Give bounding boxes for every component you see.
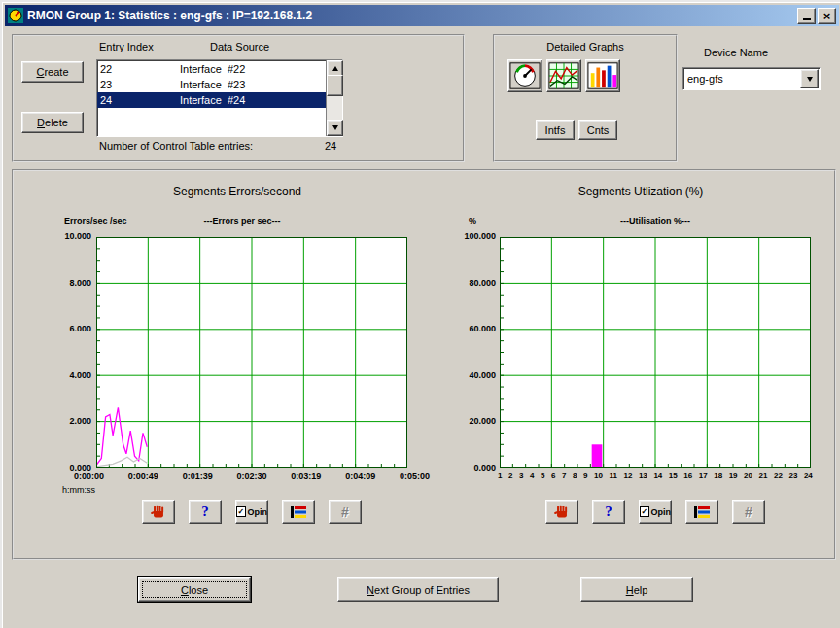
errors-chart-plot-area-svg — [96, 237, 407, 468]
errors-chart-title: Segments Errors/second — [43, 185, 432, 198]
checkbox-icon: ✓ — [236, 506, 246, 517]
tick-label: 4.000 — [69, 370, 91, 381]
errors-options-button[interactable]: ✓Opin — [235, 500, 268, 524]
data-source-cell: Interface #22 — [180, 61, 245, 77]
utilization-top-caption: ---Utilisation %--- — [543, 216, 767, 226]
tick-label: 10 — [594, 471, 603, 480]
next-group-button[interactable]: Next Group of Entries — [337, 577, 499, 602]
tick-label: 23 — [788, 471, 797, 480]
chevron-down-icon — [807, 77, 813, 82]
utilization-y-axis-caption: % — [469, 216, 476, 226]
utilization-options-button[interactable]: ✓Opin — [639, 500, 672, 524]
tick-label: 60.000 — [469, 324, 496, 334]
close-icon: × — [823, 10, 831, 22]
tick-label: 20 — [744, 471, 752, 480]
utilization-chart-toolbar: ? ✓Opin # — [545, 500, 765, 524]
detailed-graphs-panel: Detailed Graphs Intfs Cnts — [493, 34, 678, 162]
close-button[interactable]: Close — [138, 577, 251, 602]
tick-label: 19 — [729, 471, 738, 480]
entry-list: 22Interface #2223Interface #2324Interfac… — [97, 60, 326, 136]
minimize-icon — [803, 18, 811, 20]
entry-list-scrollbar[interactable] — [326, 60, 342, 136]
grid-icon: # — [341, 505, 349, 520]
grid-icon: # — [745, 505, 752, 520]
errors-help-button[interactable]: ? — [189, 500, 222, 524]
hand-icon — [553, 504, 571, 521]
errors-x-axis-unit: h:mm:ss — [62, 485, 95, 495]
help-button[interactable]: Help — [580, 577, 693, 602]
gauge-icon — [509, 61, 541, 90]
tick-label: 2.000 — [69, 416, 91, 427]
entries-panel: Entry Index Data Source Create Delete 22… — [12, 34, 465, 162]
checkbox-icon: ✓ — [640, 506, 649, 517]
tick-label: 11 — [609, 471, 616, 480]
titlebar[interactable]: RMON Group 1: Statistics : eng-gfs : IP=… — [5, 5, 839, 26]
tick-label: 1 — [498, 471, 502, 480]
data-source-header: Data Source — [210, 41, 269, 52]
tick-label: 100.000 — [464, 231, 496, 242]
tick-label: 8 — [573, 471, 577, 480]
tick-label: 2 — [508, 471, 512, 480]
data-source-cell: Interface #24 — [180, 92, 245, 108]
utilization-legend-button[interactable] — [685, 500, 718, 524]
utilization-chart-title: Segments Utlization (%) — [446, 185, 835, 198]
errors-chart-toolbar: ? ✓Opin # — [142, 500, 362, 524]
utilization-chart-plot-area-svg — [500, 237, 811, 468]
gauge-graph-button[interactable] — [508, 59, 542, 92]
errors-legend-button[interactable] — [282, 500, 315, 524]
create-button[interactable]: Create — [21, 61, 84, 83]
delete-button[interactable]: Delete — [21, 112, 84, 133]
scrollbar-thumb[interactable] — [327, 75, 343, 96]
bar-graph-button[interactable] — [585, 59, 620, 92]
errors-grid-button[interactable]: # — [329, 500, 362, 524]
tick-label: 21 — [759, 471, 768, 480]
opin-label: Opin — [248, 507, 268, 517]
combo-dropdown-button[interactable] — [800, 69, 819, 88]
scroll-down-icon — [332, 125, 338, 130]
entry-list-item[interactable]: 22Interface #22 — [97, 61, 326, 77]
errors-chart-plot-area — [96, 237, 407, 468]
tick-label: 0:02:30 — [236, 471, 266, 481]
question-mark-icon: ? — [201, 504, 209, 520]
entry-listbox: 22Interface #2223Interface #2324Interfac… — [96, 59, 343, 137]
tick-label: 3 — [519, 471, 523, 480]
tick-label: 14 — [653, 471, 662, 480]
utilization-grid-button[interactable]: # — [732, 500, 765, 524]
close-window-button[interactable]: × — [818, 8, 836, 24]
entry-index-cell: 22 — [100, 61, 180, 77]
errors-y-axis-caption: Errors/sec /sec — [64, 216, 127, 226]
tick-label: 0:00:49 — [128, 471, 158, 481]
tick-label: 6 — [551, 471, 555, 480]
utilization-help-button[interactable]: ? — [592, 500, 625, 524]
utilization-y-tick-labels: 100.00080.00060.00040.00020.0000.000 — [430, 231, 496, 473]
minimize-button[interactable] — [797, 8, 816, 24]
line-graph-button[interactable] — [546, 59, 581, 92]
charts-panel: Segments Errors/second Errors/sec /sec -… — [12, 169, 836, 560]
tick-label: 12 — [623, 471, 632, 480]
scroll-down-button[interactable] — [327, 120, 343, 136]
errors-top-caption: ---Errors per sec--- — [130, 216, 354, 226]
legend-bars-icon — [692, 505, 712, 520]
errors-x-tick-labels: 0:00:000:00:490:01:390:02:300:03:190:04:… — [74, 471, 430, 481]
intfs-button[interactable]: Intfs — [536, 120, 575, 140]
scroll-up-icon — [332, 66, 338, 71]
cnts-button[interactable]: Cnts — [578, 120, 617, 140]
device-name-value: eng-gfs — [683, 73, 800, 85]
entry-list-item[interactable]: 23Interface #23 — [97, 77, 326, 92]
tick-label: 24 — [804, 471, 813, 480]
tick-label: 15 — [669, 471, 678, 480]
tick-label: 6.000 — [69, 324, 91, 334]
line-graph-icon — [548, 61, 579, 90]
tick-label: 20.000 — [469, 416, 496, 427]
device-name-combobox[interactable]: eng-gfs — [682, 67, 821, 90]
opin-label: Opin — [651, 507, 672, 517]
tick-label: 22 — [774, 471, 783, 480]
errors-stop-hand-button[interactable] — [142, 500, 175, 524]
utilization-x-tick-labels: 123456789101112131415161718192021222324 — [498, 471, 813, 480]
tick-label: 8.000 — [69, 278, 91, 289]
tick-label: 17 — [699, 471, 708, 480]
utilization-stop-hand-button[interactable] — [545, 500, 578, 524]
tick-label: 18 — [714, 471, 722, 480]
errors-y-tick-labels: 10.0008.0006.0004.0002.0000.000 — [31, 231, 91, 473]
entry-list-item[interactable]: 24Interface #24 — [97, 92, 326, 108]
